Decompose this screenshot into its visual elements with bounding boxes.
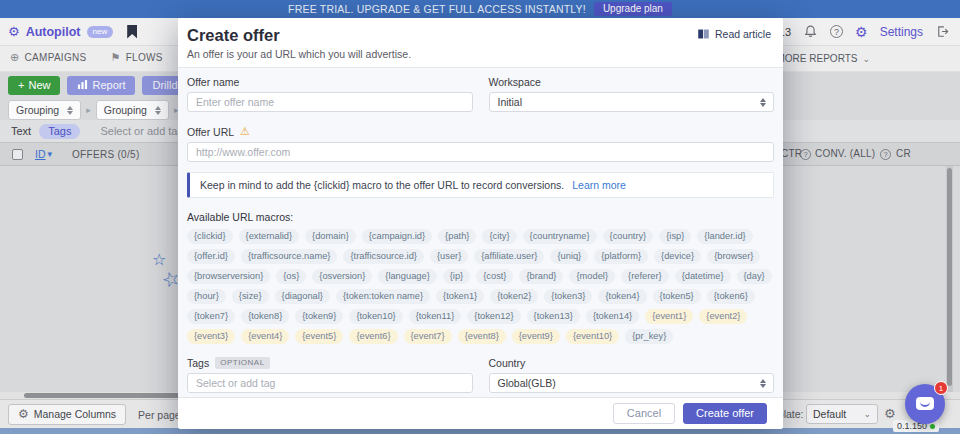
macro-chip[interactable]: {token14} (586, 309, 639, 324)
tab-flows[interactable]: ⚑ FLOWS (109, 46, 165, 72)
bookmark-icon[interactable] (127, 25, 137, 39)
macro-chip[interactable]: {clickid} (187, 229, 233, 244)
read-article-link[interactable]: Read article (697, 28, 771, 40)
macro-chip[interactable]: {event2} (699, 309, 747, 324)
tag-filter-input[interactable]: Select or add tag (100, 125, 183, 137)
macro-chip[interactable]: {affiliate.user} (474, 249, 544, 264)
macro-chip[interactable]: {event3} (187, 329, 235, 344)
macro-chip[interactable]: {externalid} (239, 229, 300, 244)
campaigns-icon: ⊕ (10, 51, 20, 64)
macro-chip[interactable]: {size} (232, 289, 269, 304)
logout-icon[interactable] (935, 24, 950, 39)
macro-chip[interactable]: {token7} (187, 309, 235, 324)
macro-chip[interactable]: {datetime} (675, 269, 731, 284)
macro-chip[interactable]: {token5} (653, 289, 701, 304)
brand-title[interactable]: Autopilot (26, 25, 81, 39)
filter-text-toggle[interactable]: Text (11, 125, 31, 137)
macro-chip[interactable]: {language} (378, 269, 436, 284)
macro-chip[interactable]: {event6} (349, 329, 397, 344)
learn-more-link[interactable]: Learn more (572, 179, 626, 191)
macro-chip[interactable]: {browser} (707, 249, 760, 264)
settings-link[interactable]: Settings (880, 25, 923, 39)
settings-gear-icon[interactable]: ⚙ (855, 25, 868, 39)
macro-chip[interactable]: {token6} (707, 289, 755, 304)
macro-chip[interactable]: {token9} (295, 309, 343, 324)
macro-chip[interactable]: {token8} (241, 309, 289, 324)
macro-chip[interactable]: {platform} (594, 249, 648, 264)
workspace-select[interactable]: Initial (489, 92, 775, 112)
macro-chip[interactable]: {referer} (621, 269, 669, 284)
macro-chip[interactable]: {diagonal} (275, 289, 330, 304)
tags-input[interactable] (187, 373, 473, 393)
question-icon[interactable]: ? (880, 149, 891, 160)
macro-chip[interactable]: {lander.id} (697, 229, 752, 244)
bell-icon[interactable] (803, 24, 818, 39)
macro-chip[interactable]: {user} (430, 249, 468, 264)
question-icon[interactable]: ? (800, 149, 811, 160)
macro-chip[interactable]: {trafficsource.name} (241, 249, 338, 264)
tab-campaigns[interactable]: ⊕ CAMPAIGNS (8, 46, 89, 72)
macro-chip[interactable]: {token1} (436, 289, 484, 304)
macro-chip[interactable]: {country} (603, 229, 654, 244)
macro-chip[interactable]: {token4} (598, 289, 646, 304)
select-all-checkbox[interactable] (12, 149, 23, 160)
template-select[interactable]: Default ⌄ (806, 404, 878, 424)
offer-name-input[interactable] (187, 92, 473, 112)
macro-chip[interactable]: {event10} (566, 329, 619, 344)
macro-chip[interactable]: {token12} (467, 309, 520, 324)
macro-chip[interactable]: {token11} (409, 309, 462, 324)
macro-chip[interactable]: {city} (482, 229, 516, 244)
modal-footer: Cancel Create offer (178, 397, 783, 429)
vertical-scrollbar[interactable] (946, 166, 953, 392)
macro-chip[interactable]: {model} (569, 269, 615, 284)
template-gear-icon[interactable]: ⚙ (884, 406, 896, 421)
macro-chip[interactable]: {token:token name} (336, 289, 430, 304)
id-column-header[interactable]: ID (35, 148, 46, 160)
macro-chip[interactable]: {event8} (458, 329, 506, 344)
macro-chip[interactable]: {device} (654, 249, 701, 264)
macro-chip[interactable]: {day} (737, 269, 772, 284)
chat-widget-button[interactable]: 1 (905, 384, 945, 424)
macro-chip[interactable]: {token3} (544, 289, 592, 304)
macro-chip[interactable]: {uniq} (550, 249, 588, 264)
macro-chip[interactable]: {token13} (527, 309, 580, 324)
macro-chip[interactable]: {domain} (305, 229, 356, 244)
macro-chip[interactable]: {browserversion} (187, 269, 270, 284)
help-icon[interactable]: ? (830, 25, 843, 38)
macro-chip[interactable]: {osversion} (312, 269, 372, 284)
report-button[interactable]: Report (67, 76, 135, 95)
macro-chip[interactable]: {countryname} (523, 229, 597, 244)
macro-chip[interactable]: {pr_key} (625, 329, 673, 344)
macro-chip[interactable]: {event9} (512, 329, 560, 344)
macro-chip[interactable]: {brand} (519, 269, 563, 284)
macro-chip[interactable]: {trafficsource.id} (343, 249, 424, 264)
macro-chip[interactable]: {cost} (476, 269, 513, 284)
create-offer-button[interactable]: Create offer (683, 403, 767, 424)
country-select[interactable]: Global(GLB) (489, 373, 775, 393)
conv-column-header[interactable]: CONV. (ALL) (815, 148, 875, 159)
macro-chip[interactable]: {token2} (490, 289, 538, 304)
offer-url-input[interactable] (187, 142, 774, 162)
new-button[interactable]: + New (8, 76, 60, 95)
macro-chip[interactable]: {ip} (443, 269, 470, 284)
macro-chip[interactable]: {isp} (659, 229, 691, 244)
macro-chip[interactable]: {event4} (241, 329, 289, 344)
macro-chip[interactable]: {offer.id} (187, 249, 235, 264)
grouping-select-1[interactable]: Grouping (8, 100, 81, 120)
macro-chip[interactable]: {event7} (404, 329, 452, 344)
cancel-button[interactable]: Cancel (613, 403, 675, 424)
filter-tags-toggle[interactable]: Tags (39, 124, 80, 139)
macro-chip[interactable]: {hour} (187, 289, 226, 304)
macro-chip[interactable]: {event5} (295, 329, 343, 344)
manage-columns-button[interactable]: ⚙ Manage Columns (8, 404, 126, 425)
grouping-select-2[interactable]: Grouping (96, 100, 169, 120)
macro-chip[interactable]: {path} (438, 229, 476, 244)
cr-column-header[interactable]: CR (896, 148, 911, 159)
macro-chip[interactable]: {event1} (645, 309, 693, 324)
ctr-column-header[interactable]: CTR (781, 148, 802, 159)
macro-chip[interactable]: {os} (276, 269, 306, 284)
macro-chip[interactable]: {campaign.id} (362, 229, 432, 244)
vertical-scrollbar-thumb[interactable] (947, 168, 952, 386)
macro-chip[interactable]: {token10} (349, 309, 402, 324)
upgrade-plan-button[interactable]: Upgrade plan (594, 2, 672, 16)
